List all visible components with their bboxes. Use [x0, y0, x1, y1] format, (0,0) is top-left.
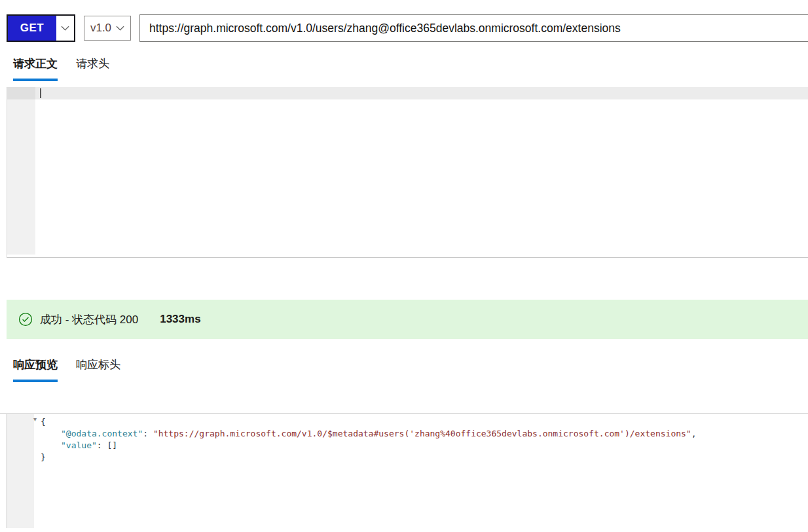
- editor-gutter-active-line: [7, 87, 35, 99]
- tab-response-headers-label: 响应标头: [76, 359, 120, 371]
- json-string-value: "https://graph.microsoft.com/v1.0/$metad…: [153, 429, 691, 438]
- json-line: {: [0, 416, 808, 428]
- tab-request-body-label: 请求正文: [13, 58, 58, 70]
- check-circle-icon: [18, 312, 33, 327]
- editor-current-line[interactable]: [35, 87, 808, 99]
- text-cursor: [40, 88, 41, 98]
- json-array-value: []: [107, 440, 117, 450]
- chevron-down-icon: [116, 26, 124, 31]
- http-method-label: GET: [8, 16, 56, 41]
- tab-response-preview-label: 响应预览: [13, 359, 58, 371]
- status-text: 成功 - 状态代码 200: [40, 312, 138, 327]
- api-version-label: v1.0: [90, 22, 111, 35]
- http-method-dropdown[interactable]: GET: [7, 14, 75, 42]
- response-duration: 1333ms: [160, 313, 200, 326]
- chevron-down-icon[interactable]: [56, 16, 74, 41]
- tab-request-body[interactable]: 请求正文: [13, 56, 58, 81]
- response-json: { "@odata.context": "https://graph.micro…: [0, 416, 808, 463]
- tab-response-headers[interactable]: 响应标头: [76, 357, 120, 382]
- response-status-banner: 成功 - 状态代码 200 1333ms: [7, 300, 808, 339]
- editor-gutter: [7, 87, 35, 255]
- tab-response-preview[interactable]: 响应预览: [13, 357, 58, 382]
- response-preview-panel: ▾ { "@odata.context": "https://graph.mic…: [0, 413, 808, 532]
- json-key: "value": [61, 440, 97, 450]
- request-body-editor[interactable]: [7, 87, 808, 258]
- json-key: "@odata.context": [61, 429, 143, 438]
- tab-request-headers[interactable]: 请求头: [76, 56, 109, 81]
- json-line: "@odata.context": "https://graph.microso…: [0, 428, 808, 440]
- chevron-down-icon: [61, 26, 69, 31]
- response-tabs: 响应预览 响应标头: [13, 357, 120, 382]
- json-line: }: [0, 452, 808, 463]
- request-url-input[interactable]: [139, 14, 808, 42]
- json-line: "value": []: [0, 440, 808, 452]
- tab-request-headers-label: 请求头: [76, 58, 109, 70]
- request-tabs: 请求正文 请求头: [13, 56, 109, 81]
- api-version-dropdown[interactable]: v1.0: [84, 16, 131, 41]
